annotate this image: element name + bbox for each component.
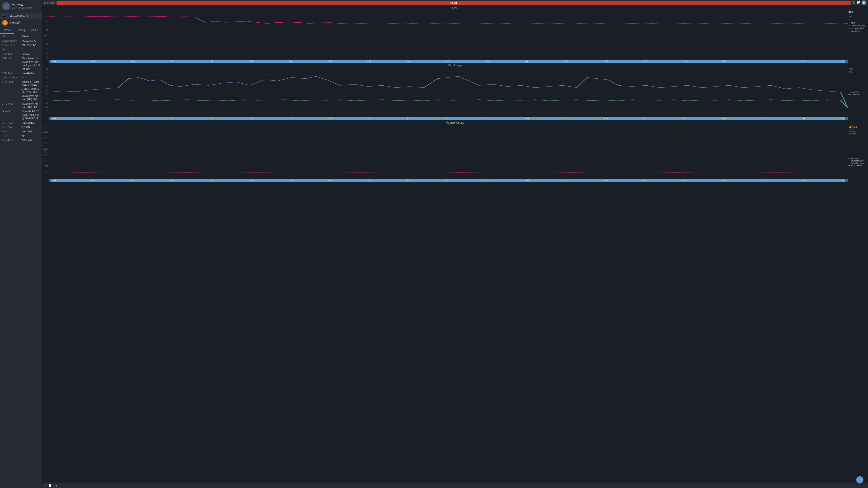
tab-about[interactable]: About: [28, 27, 41, 34]
info-key: CPU CoreNum: [0, 75, 20, 80]
memory-chart-svg: [49, 125, 848, 179]
info-row: CPU Typelahaina: [0, 52, 41, 56]
info-row: CPU InfoMars based on Qualcomm Technolog…: [0, 56, 41, 71]
available-val: 2058MB: [848, 133, 868, 135]
mem-legend-memory: Memory: [848, 158, 868, 160]
device-info-table: Info Value Device NameM2102K1ACDevice Ty…: [0, 34, 41, 143]
tab-device[interactable]: Device: [0, 27, 14, 34]
info-row: CPU Archarm64-v8a: [0, 71, 41, 75]
fps-right-panel: 84.9 0 0.00 0 FPS Jank(卡顿次数): [848, 10, 868, 60]
info-value: 6f2bde9e: [20, 138, 41, 142]
cpu-legend-app: AppCPU: [848, 91, 868, 93]
info-value: M2102K1AC: [20, 43, 41, 47]
device-icon: 📱: [2, 14, 8, 18]
fps-legend-jank: Jank(卡顿次数): [848, 24, 868, 27]
info-key: GPU Type: [0, 102, 20, 109]
fps-stutter-val: 0.00: [848, 15, 868, 18]
info-col-header: Info: [0, 34, 20, 39]
info-row: GPU TypeQualcomm Adreno (TM) 660: [0, 102, 41, 109]
info-value: Qualcomm Adreno (TM) 660: [20, 102, 41, 109]
profile-name: 王者荣耀: [9, 21, 37, 25]
value-col-header: Value: [20, 34, 41, 39]
info-row: CPU Freq300MHz - 1804MHz 710MHz - 2419MH…: [0, 80, 41, 101]
memory-chart-title: Memory Usage: [42, 120, 868, 125]
info-value: M2102K1AC: [20, 39, 41, 43]
fps-jank-val: 0: [848, 13, 868, 15]
cpu-legend-total: TotalCPU: [848, 93, 868, 96]
cpu-right-panel: 13% 39% AppCPU TotalCPU: [848, 67, 868, 117]
tab-setting[interactable]: Setting: [14, 27, 28, 34]
info-key: OpenGL: [0, 109, 20, 121]
memory-right-panel: 1148MB 24MB 9079MB 2058MB Memory SwapMem…: [848, 125, 868, 179]
info-value: unavailable: [20, 121, 41, 125]
cpu-scroll-right[interactable]: [845, 117, 848, 120]
swap-val: 24MB: [848, 128, 868, 130]
main-panel: SceneTab label1 ◎ 📁 ▶ FPS FPS: [42, 0, 868, 488]
info-key: CPU Freq: [0, 80, 20, 101]
info-key: CPU Type: [0, 52, 20, 56]
info-key: CPU Info: [0, 56, 20, 71]
memory-chart-container: Memory Usage MB: [42, 120, 868, 182]
info-key: CPU Arch: [0, 71, 20, 75]
user-section: 👤 Yuri Yan 26247929@qq.com ✓: [0, 0, 41, 13]
fps-current-value: 84.9: [848, 11, 868, 13]
info-value: 300MHz - 1804MHz 710MHz - 2419MHz 844MHz…: [20, 80, 41, 101]
scene-label-badge[interactable]: label1: [57, 1, 850, 5]
scene-tab-label: SceneTab: [43, 1, 55, 4]
info-row: OpenGLOpenGL ES 3.2 V@0530.0 (GIT@7981c5…: [0, 109, 41, 121]
info-key: SerialNum: [0, 138, 20, 142]
locate-icon[interactable]: ◎: [852, 0, 855, 5]
fps-chart-container: FPS FPS: [42, 5, 868, 63]
log-label: Log: [53, 484, 57, 487]
avatar: 👤: [2, 2, 10, 10]
fps-legend-stutter: Stutter(卡顿率): [848, 27, 868, 30]
bottom-bar: ▤ Log +: [42, 483, 868, 488]
info-row: Device NameM2102K1AC: [0, 39, 41, 43]
device-selector[interactable]: 📱 M2102K1AC ⚙ ▾: [0, 13, 41, 19]
memory-scroll-right[interactable]: [845, 179, 848, 182]
memory-scroll-left[interactable]: [49, 179, 51, 182]
fps-legend-interframe: InterFrame: [848, 30, 868, 32]
info-value: No: [20, 134, 41, 138]
fps-interframe-val: 0: [848, 18, 868, 20]
profile-selector[interactable]: 👑 王者荣耀 ▾: [0, 19, 41, 27]
add-button[interactable]: +: [856, 476, 864, 484]
profile-chevron-icon[interactable]: ▾: [38, 22, 39, 24]
info-value: lahaina: [20, 52, 41, 56]
cpu-chart-svg: [49, 67, 848, 117]
log-toggle-icon[interactable]: ▤: [43, 484, 47, 487]
user-email: 26247929@qq.com: [12, 7, 35, 9]
info-value: OpenGL ES 3.2 V@0530.0 (GIT@7981c58329: [20, 109, 41, 121]
info-row: GPU Frequnavailable: [0, 121, 41, 125]
folder-icon[interactable]: 📁: [857, 0, 860, 5]
info-row: RootNo: [0, 134, 41, 138]
play-icon[interactable]: ▶: [862, 0, 866, 5]
info-key: Ram Size: [0, 125, 20, 129]
sidebar: 👤 Yuri Yan 26247929@qq.com ✓ 📱 M2102K1AC…: [0, 0, 42, 488]
fps-scroll-right[interactable]: [845, 60, 848, 63]
fps-x-axis-bar[interactable]: 0:000:240:48 1:121:362:00 2:242:483:12 3…: [49, 60, 848, 63]
info-key: Device Type: [0, 43, 20, 47]
charts-area: FPS FPS: [42, 5, 868, 483]
user-name: Yuri Yan: [12, 4, 35, 7]
info-row: CPU CoreNum8: [0, 75, 41, 80]
device-label: M2102K1AC: [9, 14, 25, 18]
mem-legend-virtual: VirtualMemory: [848, 162, 868, 164]
memory-x-axis-bar[interactable]: 0:000:240:48 1:121:362:00 2:242:483:12 3…: [49, 179, 848, 182]
info-row: OS11: [0, 47, 41, 52]
fps-legend-fps: FPS: [848, 22, 868, 24]
info-key: GPU Freq: [0, 121, 20, 125]
fps-chart-svg: [49, 10, 848, 60]
cpu-scroll-left[interactable]: [49, 117, 51, 120]
chevron-down-icon[interactable]: ▾: [33, 15, 39, 17]
memory-val: 1148MB: [848, 126, 868, 128]
cpu-x-axis-bar[interactable]: 0:000:240:48 1:121:362:00 2:242:483:12 3…: [49, 117, 848, 120]
fps-scroll-left[interactable]: [49, 60, 51, 63]
info-key: Root: [0, 134, 20, 138]
log-checkbox[interactable]: [49, 484, 51, 487]
settings-icon[interactable]: ⚙: [26, 14, 32, 18]
info-row: Device TypeM2102K1AC: [0, 43, 41, 47]
info-row: SerialNum6f2bde9e: [0, 138, 41, 142]
info-key: Swap: [0, 129, 20, 134]
mem-legend-swap: SwapMemory: [848, 160, 868, 162]
